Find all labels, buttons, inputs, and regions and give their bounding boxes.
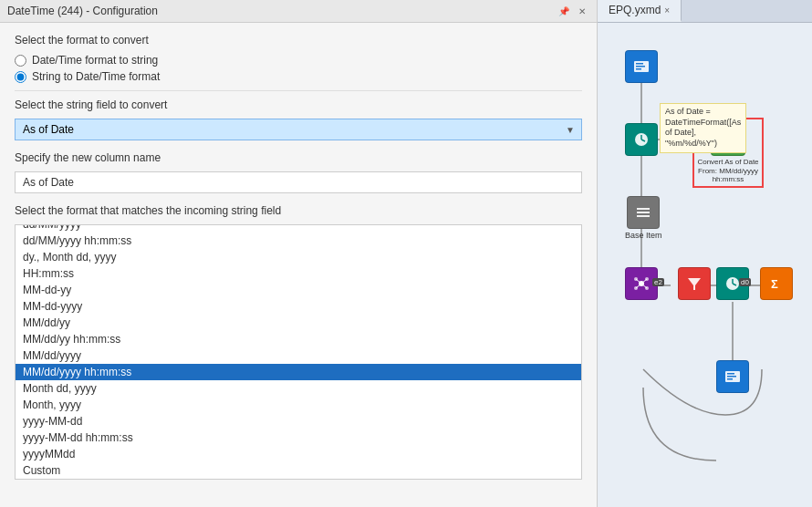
browse1-icon — [625, 50, 658, 83]
svg-rect-34 — [727, 373, 734, 375]
radio-datetime-to-string[interactable] — [15, 55, 26, 67]
section3-label: Specify the new column name — [15, 151, 582, 164]
format-list-item[interactable]: Month dd, yyyy — [16, 380, 581, 397]
column-name-input[interactable] — [15, 171, 582, 193]
svg-rect-35 — [727, 376, 736, 378]
format-list-item[interactable]: yyyy-MM-dd — [16, 413, 581, 429]
dt1-icon — [625, 123, 658, 156]
field-dropdown-container: As of Date ▼ — [15, 119, 582, 140]
svg-rect-17 — [637, 212, 650, 213]
format-list-item[interactable]: dd/MM/yyyy hh:mm:ss — [16, 233, 581, 249]
format-list-item[interactable]: dy., Month dd, yyyy — [16, 249, 581, 265]
format-list-item[interactable]: yyyyMMdd — [16, 446, 581, 462]
format-list-item[interactable]: yyyy-MM-dd hh:mm:ss — [16, 429, 581, 446]
section1-label: Select the format to convert — [15, 34, 582, 47]
radio-string-to-datetime[interactable] — [15, 71, 26, 83]
tab-close-icon[interactable]: × — [664, 5, 670, 16]
svg-rect-9 — [636, 63, 643, 65]
config-content: Select the format to convert Date/Time f… — [0, 23, 597, 507]
format-list-item[interactable]: MM/dd/yy — [16, 315, 581, 331]
node-convert[interactable]: ⇄ Convert As of Date From: MM/dd/yyyy hh… — [696, 121, 760, 184]
config-panel: DateTime (244) - Configuration 📌 ✕ Selec… — [0, 0, 598, 507]
format-list-item[interactable]: MM-dd-yyyy — [16, 298, 581, 315]
svg-rect-10 — [636, 66, 645, 67]
config-title: DateTime (244) - Configuration — [7, 5, 158, 17]
section2-label: Select the string field to convert — [15, 98, 582, 111]
tab-label: EPQ.yxmd — [609, 4, 661, 16]
svg-text:⇄: ⇄ — [720, 131, 731, 146]
canvas-tabbar: EPQ.yxmd × — [598, 0, 812, 23]
divider1 — [15, 90, 582, 91]
svg-marker-28 — [688, 278, 701, 290]
radio-option1[interactable]: Date/Time format to string — [15, 54, 582, 67]
browse2-icon — [716, 360, 749, 393]
sum1-icon: Σ — [760, 267, 793, 300]
node-browse2[interactable] — [716, 360, 749, 393]
format-list-item[interactable]: dd/MM/yyyy — [16, 224, 581, 233]
filter1-icon — [678, 267, 711, 300]
canvas-panel: EPQ.yxmd × — [598, 0, 812, 507]
canvas-connections — [598, 23, 812, 507]
format-list[interactable]: day, dd Month, yyyydd-MM-yydd-MM-yyyydd-… — [15, 224, 582, 480]
close-icon[interactable]: ✕ — [575, 4, 589, 18]
base-label: Base Item — [625, 231, 662, 241]
titlebar-controls: 📌 ✕ — [557, 4, 589, 18]
base-icon — [627, 196, 660, 229]
convert-label: Convert As of Date From: MM/dd/yyyy hh:m… — [696, 158, 760, 184]
radio-group: Date/Time format to string String to Dat… — [15, 54, 582, 83]
badge-e2: e2 — [652, 278, 664, 286]
node-dt1[interactable] — [625, 123, 658, 156]
svg-rect-16 — [637, 208, 650, 210]
radio-option2[interactable]: String to Date/Time format — [15, 70, 582, 83]
convert-icon: ⇄ — [711, 121, 745, 156]
node-filter1[interactable] — [678, 267, 711, 300]
node-sum1[interactable]: Σ — [760, 267, 793, 300]
format-list-item[interactable]: MM/dd/yyyy hh:mm:ss — [16, 364, 581, 380]
format-list-item[interactable]: MM/dd/yy hh:mm:ss — [16, 331, 581, 347]
config-titlebar: DateTime (244) - Configuration 📌 ✕ — [0, 0, 597, 23]
svg-text:Σ: Σ — [771, 277, 778, 291]
titlebar-left: DateTime (244) - Configuration — [7, 5, 158, 17]
badge-d0: d0 — [739, 278, 751, 286]
field-dropdown[interactable]: As of Date — [15, 119, 582, 140]
section4-label: Select the format that matches the incom… — [15, 204, 582, 217]
node-browse1[interactable] — [625, 50, 658, 83]
format-list-item[interactable]: MM-dd-yy — [16, 282, 581, 298]
format-list-item[interactable]: HH:mm:ss — [16, 265, 581, 282]
format-list-item[interactable]: Month, yyyy — [16, 397, 581, 413]
node-base[interactable]: Base Item — [625, 196, 662, 241]
svg-rect-11 — [636, 68, 641, 70]
format-list-item[interactable]: MM/dd/yyyy — [16, 347, 581, 364]
svg-rect-36 — [727, 378, 733, 380]
svg-rect-18 — [637, 215, 650, 217]
format-list-item[interactable]: Custom — [16, 462, 581, 479]
canvas-tab-epq[interactable]: EPQ.yxmd × — [598, 0, 682, 22]
canvas-area: ⇄ Convert As of Date From: MM/dd/yyyy hh… — [598, 23, 812, 507]
pin-icon[interactable]: 📌 — [557, 4, 571, 18]
